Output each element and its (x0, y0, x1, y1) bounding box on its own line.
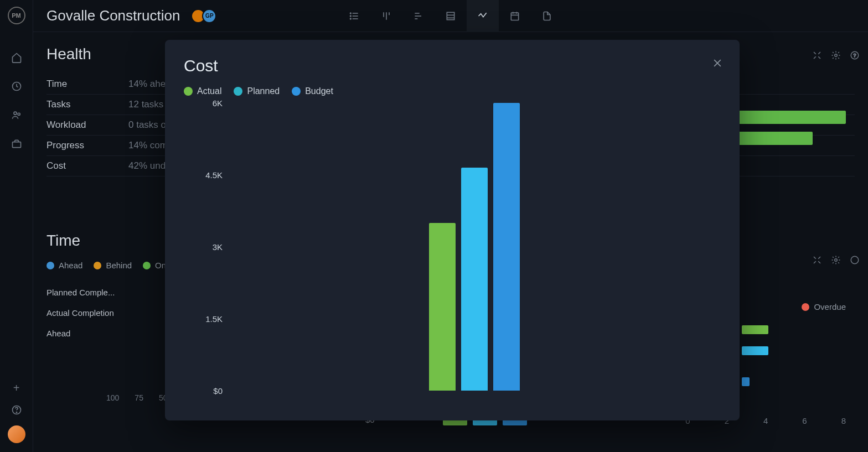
y-tick: $0 (213, 386, 223, 396)
chart-legend: Actual Planned Budget (184, 86, 721, 96)
tasks-bars (742, 325, 768, 398)
project-title: Govalle Construction (46, 7, 180, 24)
svg-point-9 (350, 13, 352, 14)
svg-point-29 (851, 256, 859, 264)
cost-modal: Cost Actual Planned Budget 6K 4.5K 3K 1.… (165, 40, 740, 420)
view-list-icon[interactable] (338, 0, 370, 32)
chart-bars (429, 103, 520, 391)
app-logo[interactable]: PM (8, 7, 25, 24)
overdue-dot-icon (802, 303, 809, 311)
health-label: Workload (46, 120, 102, 131)
expand-icon[interactable] (810, 49, 824, 62)
help-icon[interactable] (848, 253, 861, 267)
y-tick: 3K (213, 242, 223, 252)
chart-plot (234, 103, 715, 391)
nav-home-icon[interactable] (6, 46, 28, 69)
health-label: Cost (46, 160, 102, 172)
top-bar: Govalle Construction GP (33, 0, 868, 32)
tasks-legend-overdue: Overdue (802, 302, 846, 311)
close-icon[interactable] (710, 55, 725, 71)
nav-help-icon[interactable] (6, 399, 28, 421)
chart-area: 6K 4.5K 3K 1.5K $0 (195, 103, 721, 402)
view-sheet-icon[interactable] (435, 0, 467, 32)
bg-progress-bars (735, 111, 846, 153)
svg-point-28 (835, 259, 838, 262)
svg-point-2 (18, 113, 20, 115)
legend-item-budget: Budget (292, 86, 333, 96)
avatar[interactable]: GP (202, 9, 216, 23)
nav-add-button[interactable]: + (6, 377, 28, 399)
svg-text:?: ? (853, 53, 856, 58)
health-label: Tasks (46, 99, 102, 110)
svg-point-11 (350, 18, 352, 19)
legend-item: Ahead (46, 261, 82, 270)
y-tick: 6K (213, 98, 223, 108)
svg-rect-21 (511, 13, 518, 20)
y-axis: 6K 4.5K 3K 1.5K $0 (195, 103, 223, 391)
gear-icon[interactable] (829, 49, 843, 62)
nav-briefcase-icon[interactable] (6, 133, 28, 155)
y-tick: 1.5K (205, 314, 223, 324)
view-tabs (338, 0, 563, 32)
bar-budget[interactable] (493, 103, 520, 391)
svg-point-1 (14, 112, 17, 115)
health-label: Progress (46, 140, 102, 151)
expand-icon[interactable] (810, 253, 824, 267)
y-tick: 4.5K (205, 170, 223, 180)
modal-title: Cost (184, 56, 721, 75)
member-avatars[interactable]: GP (191, 9, 216, 23)
help-icon[interactable]: ? (848, 49, 861, 62)
view-gantt-icon[interactable] (402, 0, 435, 32)
view-calendar-icon[interactable] (499, 0, 531, 32)
nav-recent-icon[interactable] (6, 75, 28, 97)
view-board-icon[interactable] (370, 0, 402, 32)
svg-rect-3 (12, 142, 20, 148)
user-avatar[interactable] (8, 425, 25, 443)
bar-planned[interactable] (461, 168, 488, 391)
gear-icon[interactable] (829, 253, 843, 267)
legend-item-actual: Actual (184, 86, 221, 96)
view-dashboard-icon[interactable] (467, 0, 499, 32)
health-label: Time (46, 79, 102, 90)
view-files-icon[interactable] (531, 0, 563, 32)
legend-item: Behind (94, 261, 132, 270)
left-sidebar: PM + (0, 0, 33, 452)
svg-point-25 (835, 54, 838, 57)
nav-team-icon[interactable] (6, 104, 28, 126)
svg-point-10 (350, 15, 352, 17)
health-value: 12 tasks t (128, 99, 169, 110)
legend-item-planned: Planned (234, 86, 280, 96)
bar-actual[interactable] (429, 223, 456, 391)
svg-rect-18 (447, 12, 454, 19)
svg-point-5 (16, 412, 17, 413)
